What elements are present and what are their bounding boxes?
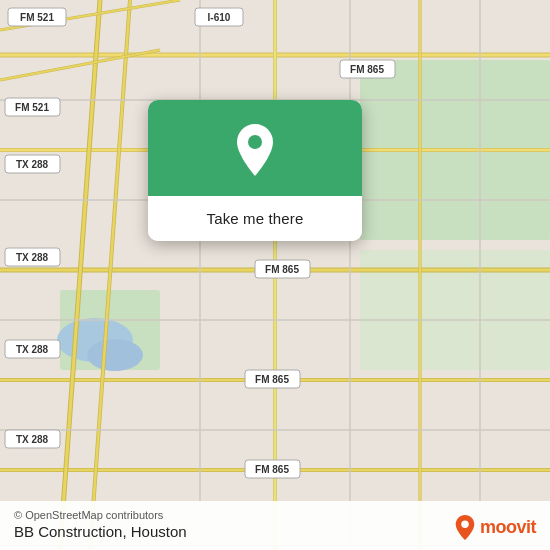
map-background: FM 521 I-610 FM 865 FM 865 FM 865 FM 865… [0,0,550,550]
svg-text:FM 521: FM 521 [20,12,54,23]
moovit-logo: moovit [454,514,536,540]
popup-card: Take me there [148,100,362,241]
moovit-pin-icon [454,514,476,540]
svg-point-6 [87,339,143,371]
svg-point-60 [248,135,262,149]
svg-text:TX 288: TX 288 [16,159,49,170]
svg-text:FM 865: FM 865 [265,264,299,275]
take-me-there-button[interactable]: Take me there [148,196,362,241]
map-container: FM 521 I-610 FM 865 FM 865 FM 865 FM 865… [0,0,550,550]
moovit-text: moovit [480,517,536,538]
svg-point-61 [461,521,468,528]
svg-text:FM 865: FM 865 [255,374,289,385]
location-pin-icon [231,122,279,178]
svg-text:FM 865: FM 865 [350,64,384,75]
svg-text:TX 288: TX 288 [16,252,49,263]
svg-text:FM 521: FM 521 [15,102,49,113]
svg-text:TX 288: TX 288 [16,434,49,445]
svg-text:I-610: I-610 [208,12,231,23]
popup-green-area [148,100,362,196]
svg-text:FM 865: FM 865 [255,464,289,475]
svg-text:TX 288: TX 288 [16,344,49,355]
